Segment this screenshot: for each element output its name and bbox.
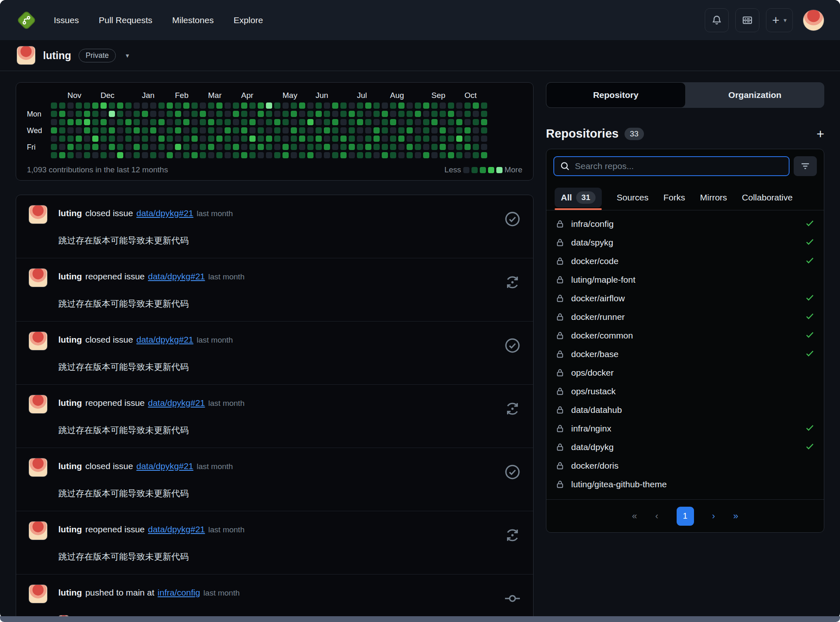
heatmap-cell (208, 152, 214, 158)
feed-actor-avatar[interactable] (29, 521, 48, 540)
heatmap-month-label: Mar (208, 91, 222, 100)
repo-row: docker/runner (546, 307, 824, 326)
repo-filter-button[interactable] (794, 156, 817, 176)
repo-filter-tab-all[interactable]: All31 (555, 185, 602, 210)
nav-link-milestones[interactable]: Milestones (172, 15, 213, 25)
heatmap-cell (51, 119, 57, 125)
repo-name-link[interactable]: docker/airflow (571, 293, 625, 303)
add-repository-button[interactable]: + (816, 127, 824, 141)
heatmap-week-column (76, 102, 84, 160)
notifications-button[interactable] (705, 8, 729, 32)
heatmap-cell (241, 102, 247, 109)
feed-target-link[interactable]: infra/config (158, 588, 200, 597)
repo-name-link[interactable]: data/spykg (571, 238, 613, 248)
nav-link-explore[interactable]: Explore (234, 15, 263, 25)
repo-name-link[interactable]: ops/docker (571, 368, 614, 378)
feed-target-link[interactable]: data/dpykg#21 (136, 208, 194, 218)
feed-timestamp: last month (197, 462, 233, 471)
pagination-prev-button[interactable]: ‹ (655, 511, 658, 522)
admin-panel-button[interactable] (735, 8, 759, 32)
repo-filter-tab-collaborative[interactable]: Collaborative (742, 185, 793, 210)
repo-search-input[interactable] (575, 161, 783, 171)
profile-dropdown-caret[interactable]: ▾ (126, 52, 129, 60)
gitea-logo-icon[interactable] (16, 10, 37, 31)
repo-filter-tab-mirrors[interactable]: Mirrors (700, 185, 727, 210)
feed-item-head: lutingclosed issuedata/dpykg#21last mont… (29, 205, 521, 229)
feed-timestamp: last month (208, 399, 245, 408)
repo-name-link[interactable]: docker/code (571, 256, 618, 266)
tab-organization[interactable]: Organization (686, 82, 825, 108)
heatmap-cell (440, 144, 446, 150)
repo-name-link[interactable]: docker/common (571, 331, 633, 341)
heatmap-cell (134, 119, 140, 125)
repo-filter-tabs: All31SourcesForksMirrorsCollaborative (546, 183, 824, 210)
heatmap-cell (282, 136, 289, 142)
feed-actor-name[interactable]: luting (58, 335, 82, 344)
heatmap-cell (448, 144, 454, 150)
heatmap-week-column (208, 102, 216, 160)
repo-filter-tab-forks[interactable]: Forks (663, 185, 685, 210)
feed-actor-avatar[interactable] (29, 205, 48, 224)
repo-check-icon (805, 348, 815, 360)
create-new-button[interactable]: + ▾ (766, 8, 793, 32)
feed-target-link[interactable]: data/dpykg#21 (136, 461, 194, 471)
heatmap-cell (76, 102, 82, 109)
feed-target-link[interactable]: data/dpykg#21 (148, 524, 205, 534)
feed-target-link[interactable]: data/dpykg#21 (148, 272, 205, 281)
repo-name-link[interactable]: infra/config (571, 219, 614, 229)
nav-link-pull-requests[interactable]: Pull Requests (99, 15, 153, 25)
feed-item-title: lutingclosed issuedata/dpykg#21last mont… (58, 461, 233, 471)
heatmap-cell (125, 102, 132, 109)
feed-actor-avatar[interactable] (29, 395, 48, 414)
heatmap-cell (357, 111, 363, 117)
feed-actor-name[interactable]: luting (58, 398, 82, 408)
heatmap-cell (291, 119, 297, 125)
tab-repository[interactable]: Repository (546, 82, 686, 108)
repo-name-link[interactable]: infra/nginx (571, 424, 611, 434)
nav-link-issues[interactable]: Issues (54, 15, 79, 25)
feed-target-link[interactable]: data/dpykg#21 (136, 335, 194, 344)
heatmap-month-label: May (282, 91, 297, 100)
heatmap-cell (266, 119, 272, 125)
repo-name-link[interactable]: ops/rustack (571, 386, 615, 396)
heatmap-cell (200, 136, 206, 142)
repo-name-link[interactable]: docker/doris (571, 461, 618, 471)
feed-actor-avatar[interactable] (29, 331, 48, 350)
repo-name-link[interactable]: luting/gitea-github-theme (571, 479, 667, 489)
feed-actor-avatar[interactable] (29, 458, 48, 477)
heatmap-cell (282, 119, 289, 125)
feed-actor-avatar[interactable] (29, 268, 48, 287)
heatmap-cell (357, 152, 363, 158)
heatmap-cell (117, 111, 123, 117)
repo-name-link[interactable]: docker/base (571, 349, 618, 359)
heatmap-cell (390, 127, 396, 133)
heatmap-cell (233, 102, 239, 109)
heatmap-cell (167, 102, 173, 109)
pagination-first-button[interactable]: « (632, 511, 637, 522)
user-menu-avatar[interactable] (803, 10, 824, 31)
pagination-page-1[interactable]: 1 (677, 507, 694, 526)
feed-actor-name[interactable]: luting (58, 272, 82, 281)
feed-actor-name[interactable]: luting (58, 588, 82, 597)
feed-actor-name[interactable]: luting (58, 461, 82, 471)
repo-name-link[interactable]: docker/runner (571, 312, 625, 322)
repo-filter-tab-sources[interactable]: Sources (617, 185, 649, 210)
heatmap-cell (382, 144, 388, 150)
repo-name-link[interactable]: data/dpykg (571, 442, 614, 452)
heatmap-cell (183, 119, 189, 125)
heatmap-cell (373, 136, 380, 142)
repo-name-link[interactable]: data/datahub (571, 405, 622, 415)
heatmap-cell (125, 144, 132, 150)
repo-name-link[interactable]: luting/maple-font (571, 275, 635, 285)
feed-actor-name[interactable]: luting (58, 208, 82, 218)
pagination-last-button[interactable]: » (733, 511, 738, 522)
feed-actor-name[interactable]: luting (58, 524, 82, 534)
repo-row: docker/base (546, 345, 824, 363)
pagination-next-button[interactable]: › (712, 511, 715, 522)
heatmap-cell (101, 111, 107, 117)
profile-avatar[interactable] (17, 46, 36, 65)
heatmap-cell (307, 127, 314, 133)
feed-target-link[interactable]: data/dpykg#21 (148, 398, 205, 408)
heatmap-cell (456, 152, 462, 158)
feed-actor-avatar[interactable] (29, 584, 48, 603)
